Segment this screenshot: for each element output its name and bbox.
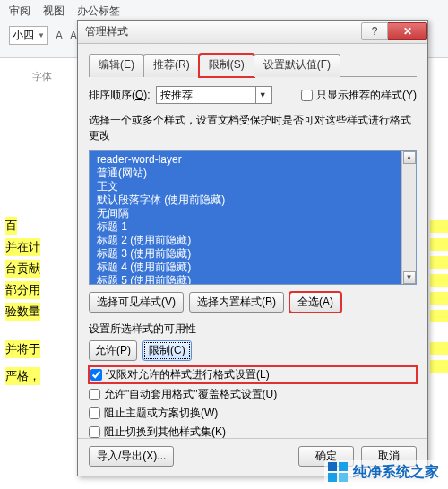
availability-label: 设置所选样式的可用性: [89, 322, 417, 337]
ribbon-tab[interactable]: 视图: [43, 4, 65, 19]
watermark-logo-icon: [328, 462, 348, 482]
dialog-title: 管理样式: [85, 24, 128, 39]
tab-defaults[interactable]: 设置默认值(F): [254, 54, 340, 77]
doc-text: 并在计: [5, 238, 40, 256]
select-builtin-button[interactable]: 选择内置样式(B): [189, 292, 284, 313]
select-visible-button[interactable]: 选择可见样式(V): [89, 292, 184, 313]
only-recommended-checkbox[interactable]: [301, 90, 313, 101]
allow-restrict-row: 允许(P) 限制(C): [89, 340, 417, 361]
tab-restrict[interactable]: 限制(S): [199, 54, 254, 77]
restrict-button[interactable]: 限制(C): [142, 340, 192, 361]
list-item[interactable]: reader-word-layer: [90, 153, 416, 167]
doc-text: 严格，: [5, 367, 40, 385]
ribbon-tab[interactable]: 审阅: [9, 4, 30, 19]
styles-listbox[interactable]: reader-word-layer 普通(网站) 正文 默认段落字体 (使用前隐…: [89, 150, 417, 285]
block-theme-switch-checkbox[interactable]: [89, 408, 100, 419]
manage-styles-dialog: 管理样式 ? ✕ 编辑(E) 推荐(R) 限制(S) 设置默认值(F) 排序顺序…: [77, 20, 428, 476]
description-text: 选择一个或多个样式，设置文档受保护时是否可对这些样式进行格式更改: [89, 113, 417, 143]
doc-text: 台贡献: [5, 260, 40, 278]
allow-button[interactable]: 允许(P): [89, 340, 137, 361]
chevron-down-icon: ▼: [38, 31, 45, 39]
list-item[interactable]: 普通(网站): [90, 167, 416, 180]
only-recommended-check[interactable]: 只显示推荐的样式(Y): [301, 88, 417, 103]
check-label: 允许"自动套用格式"覆盖格式设置(U): [104, 387, 277, 402]
font-size-value: 小四: [13, 28, 34, 43]
ribbon-tabs: 审阅 视图 办公标签: [0, 0, 448, 21]
watermark-text: 纯净系统之家: [353, 463, 439, 482]
doc-text: 并将于: [5, 340, 40, 358]
doc-text: 验数量: [5, 303, 40, 321]
tab-edit[interactable]: 编辑(E): [89, 54, 144, 77]
document-area-right: [430, 90, 448, 484]
list-item[interactable]: 默认段落字体 (使用前隐藏): [90, 193, 416, 207]
import-export-button[interactable]: 导入/导出(X)...: [89, 446, 174, 467]
list-item[interactable]: 标题 4 (使用前隐藏): [90, 261, 416, 274]
only-allowed-formatting-row[interactable]: 仅限对允许的样式进行格式设置(L): [89, 366, 417, 383]
select-all-button[interactable]: 全选(A): [289, 292, 341, 313]
doc-text: 百: [5, 217, 17, 235]
list-item[interactable]: 标题 5 (使用前隐藏): [90, 274, 416, 285]
listbox-scrollbar[interactable]: ▲ ▼: [401, 151, 416, 284]
block-styleset-switch-checkbox[interactable]: [89, 426, 100, 438]
scroll-up-icon[interactable]: ▲: [403, 151, 416, 164]
tabstrip: 编辑(E) 推荐(R) 限制(S) 设置默认值(F): [89, 53, 417, 77]
doc-text: 部分用: [5, 281, 40, 299]
only-recommended-label: 只显示推荐的样式(Y): [316, 88, 417, 103]
sort-combo[interactable]: 按推荐 ▼: [156, 86, 272, 104]
only-allowed-formatting-checkbox[interactable]: [90, 369, 102, 381]
list-item[interactable]: 标题 2 (使用前隐藏): [90, 234, 416, 247]
chevron-down-icon: ▼: [255, 87, 270, 103]
block-theme-switch-row[interactable]: 阻止主题或方案切换(W): [89, 406, 417, 421]
close-button[interactable]: ✕: [388, 22, 427, 40]
font-size-combo[interactable]: 小四 ▼: [9, 26, 48, 45]
autoformat-override-row[interactable]: 允许"自动套用格式"覆盖格式设置(U): [89, 387, 417, 402]
dialog-body: 编辑(E) 推荐(R) 限制(S) 设置默认值(F) 排序顺序(O): 按推荐 …: [78, 44, 427, 477]
ribbon-tab[interactable]: 办公标签: [77, 4, 120, 19]
document-area-left: 百 并在计 台贡献 部分用 验数量 并将于 严格，: [0, 90, 72, 484]
list-item[interactable]: 标题 1: [90, 220, 416, 234]
scroll-down-icon[interactable]: ▼: [403, 271, 416, 284]
check-label: 阻止主题或方案切换(W): [104, 406, 218, 421]
selection-buttons-row: 选择可见样式(V) 选择内置样式(B) 全选(A): [89, 292, 417, 313]
list-item[interactable]: 标题 3 (使用前隐藏): [90, 247, 416, 261]
watermark: 纯净系统之家: [324, 460, 443, 484]
ribbon-group-label: 字体: [32, 70, 52, 83]
autoformat-override-checkbox[interactable]: [89, 389, 100, 400]
help-button[interactable]: ?: [361, 22, 388, 40]
titlebar: 管理样式 ? ✕: [78, 21, 427, 44]
check-label: 仅限对允许的样式进行格式设置(L): [106, 367, 270, 382]
list-item[interactable]: 无间隔: [90, 207, 416, 220]
list-item[interactable]: 正文: [90, 180, 416, 193]
sort-value: 按推荐: [160, 88, 193, 103]
font-grow-button[interactable]: A: [56, 30, 63, 42]
sort-row: 排序顺序(O): 按推荐 ▼ 只显示推荐的样式(Y): [89, 86, 417, 104]
tab-recommend[interactable]: 推荐(R): [143, 54, 200, 77]
sort-label: 排序顺序(O):: [89, 88, 151, 103]
